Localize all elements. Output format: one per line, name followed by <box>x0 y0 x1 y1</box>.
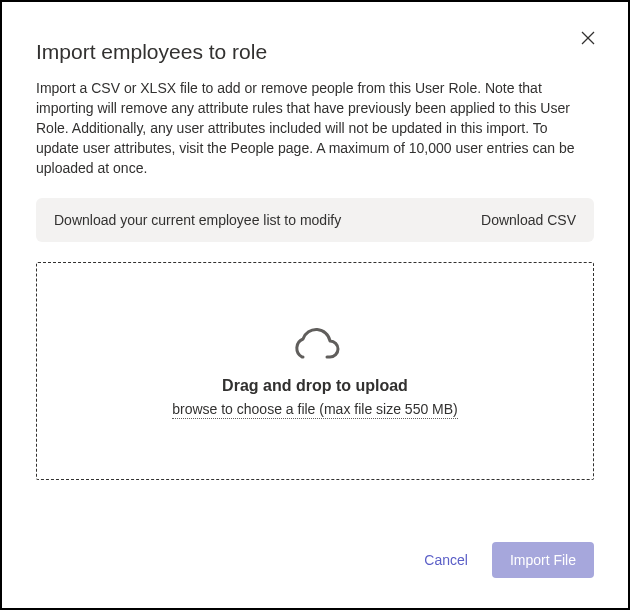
dropzone-title: Drag and drop to upload <box>222 377 408 395</box>
close-button[interactable] <box>580 30 600 50</box>
cancel-button[interactable]: Cancel <box>418 544 474 576</box>
import-file-button[interactable]: Import File <box>492 542 594 578</box>
dialog-title: Import employees to role <box>36 40 594 64</box>
file-dropzone[interactable]: Drag and drop to upload browse to choose… <box>36 262 594 480</box>
download-csv-link[interactable]: Download CSV <box>481 212 576 228</box>
cloud-upload-icon <box>290 323 340 363</box>
close-icon <box>580 32 596 49</box>
download-bar-text: Download your current employee list to m… <box>54 212 341 228</box>
dialog-description: Import a CSV or XLSX file to add or remo… <box>36 78 594 178</box>
browse-file-link[interactable]: browse to choose a file (max file size 5… <box>172 401 458 419</box>
import-dialog: Import employees to role Import a CSV or… <box>12 12 618 598</box>
dialog-footer: Cancel Import File <box>36 532 594 578</box>
download-bar: Download your current employee list to m… <box>36 198 594 242</box>
